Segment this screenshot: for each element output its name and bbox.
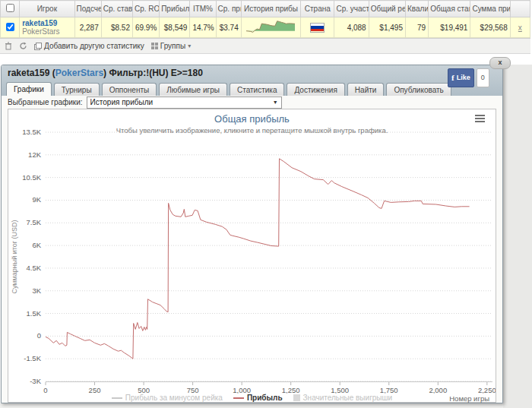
groups-grid-icon — [151, 43, 158, 49]
legend-item-profit[interactable]: Прибыль — [233, 394, 283, 402]
chevron-down-icon: ▼ — [273, 100, 278, 105]
svg-text:250: 250 — [89, 386, 101, 394]
tab-graphs[interactable]: Графики — [6, 82, 52, 96]
svg-text:1,500: 1,500 — [331, 386, 349, 394]
profit-sparkline-chart[interactable] — [245, 20, 296, 34]
stats-header-row: Игрок Подсчет Ср. ставк Ср. RO Прибыль I… — [1, 1, 530, 17]
delete-button[interactable] — [5, 42, 12, 50]
col-total-rake[interactable]: Общий рей — [369, 1, 405, 17]
player-panel: raketa159 (PokerStars) Фильтр:!(HU) E>=1… — [1, 65, 503, 403]
history-sparkline-cell[interactable] — [241, 17, 300, 38]
page: Игрок Подсчет Ср. ставк Ср. RO Прибыль I… — [0, 0, 532, 408]
avg-profit-value: $3.74 — [216, 17, 241, 38]
add-window-icon — [34, 43, 42, 50]
graph-select-value: История прибыли — [90, 98, 153, 106]
total-stakes-value: $19,491 — [429, 17, 470, 38]
add-statistic-button[interactable]: Добавить другую статистику — [34, 42, 144, 50]
facebook-icon: f — [451, 70, 454, 86]
panel-header: raketa159 (PokerStars) Фильтр:!(HU) E>=1… — [2, 65, 502, 81]
svg-text:2,250: 2,250 — [478, 386, 496, 394]
refresh-icon — [19, 42, 27, 50]
groups-caret-icon: ▾ — [188, 43, 191, 49]
col-profit[interactable]: Прибыль — [160, 1, 190, 17]
col-count[interactable]: Подсчет — [74, 1, 101, 17]
add-statistic-label: Добавить другую статистику — [44, 42, 144, 50]
svg-text:3K: 3K — [32, 286, 41, 295]
trash-icon — [5, 42, 12, 50]
graph-select[interactable]: История прибыли ▼ — [87, 96, 282, 109]
page-background-strip — [503, 65, 532, 408]
svg-text:2,000: 2,000 — [429, 386, 447, 394]
col-player[interactable]: Игрок — [20, 1, 74, 17]
player-cell: raketa159 PokerStars — [20, 17, 74, 38]
col-country[interactable]: Страна — [301, 1, 334, 17]
quals-value: 79 — [405, 17, 428, 38]
page-background-bottom — [0, 403, 503, 408]
svg-text:1,000: 1,000 — [233, 386, 251, 394]
legend-item-big-wins[interactable]: Значительные выигрыши — [293, 394, 393, 402]
col-avg-stake[interactable]: Ср. ставк — [101, 1, 132, 17]
panel-top-band: raketa159 (PokerStars) Фильтр:!(HU) E>=1… — [2, 65, 502, 96]
svg-text:750: 750 — [187, 386, 199, 394]
facebook-like-widget[interactable]: fLike 0 — [448, 68, 489, 87]
tab-favorite-games[interactable]: Любимые игры — [159, 83, 227, 96]
col-avg-entrants[interactable]: Ср. участни — [334, 1, 369, 17]
col-avg-ro[interactable]: Ср. RO — [132, 1, 159, 17]
svg-text:-1.5K: -1.5K — [24, 354, 41, 362]
col-history[interactable]: История прибы — [241, 1, 300, 17]
col-avg-profit[interactable]: Ср. при — [216, 1, 241, 17]
svg-text:4.5K: 4.5K — [26, 264, 41, 272]
svg-text:1,250: 1,250 — [282, 386, 300, 394]
tab-tournaments[interactable]: Турниры — [54, 83, 100, 96]
tab-bar: Графики Турниры Оппоненты Любимые игры С… — [2, 81, 502, 96]
col-itm[interactable]: ITM% — [190, 1, 216, 17]
tab-achievements[interactable]: Достижения — [287, 83, 344, 96]
row-checkbox[interactable] — [6, 23, 14, 31]
legend-square-icon — [293, 394, 300, 401]
chart-legend: Прибыль за минусом рейка Прибыль Значите… — [8, 394, 496, 402]
chart-menu-icon[interactable] — [475, 115, 485, 124]
site-link[interactable]: PokerStars — [55, 68, 103, 78]
remove-row-link[interactable]: x — [518, 24, 522, 32]
svg-text:9K: 9K — [32, 195, 41, 204]
avg-entrants-value: 4,088 — [334, 17, 369, 38]
svg-text:0: 0 — [37, 331, 41, 340]
legend-line-icon — [112, 397, 122, 399]
svg-text:Суммарный итог (USD): Суммарный итог (USD) — [11, 220, 18, 293]
select-all-checkbox[interactable] — [6, 4, 14, 12]
graph-selector-label: Выбранные графики: — [8, 98, 83, 106]
total-rake-value: $1,495 — [369, 17, 405, 38]
avg-ro-value: 69.9% — [132, 17, 159, 38]
svg-text:-3K: -3K — [30, 377, 41, 385]
stats-toolbar: Добавить другую статистику Группы ▾ — [0, 38, 530, 54]
col-total-prizes[interactable]: Сумма призо — [470, 1, 510, 17]
tab-opponents[interactable]: Оппоненты — [102, 83, 157, 96]
col-total-stakes[interactable]: Общая став — [429, 1, 470, 17]
stats-table: Игрок Подсчет Ср. ставк Ср. RO Прибыль I… — [0, 0, 530, 38]
panel-close-button[interactable]: x — [489, 57, 511, 69]
col-remove — [510, 1, 530, 17]
tab-publish[interactable]: Опубликовать — [386, 83, 451, 96]
graph-selector-row: Выбранные графики: История прибыли ▼ — [2, 96, 502, 109]
count-value: 2,287 — [74, 17, 101, 38]
profit-line-chart[interactable]: -3K-1.5K01.5K3K4.5K6K7.5K9K10.5K12K13.5K… — [8, 129, 496, 394]
tab-statistics[interactable]: Статистика — [230, 83, 285, 96]
groups-button[interactable]: Группы ▾ — [151, 42, 191, 50]
svg-text:1,750: 1,750 — [380, 386, 398, 394]
svg-text:12K: 12K — [28, 150, 42, 159]
facebook-like-button[interactable]: fLike — [448, 68, 474, 87]
player-name-link[interactable]: raketa159 — [22, 19, 71, 27]
refresh-button[interactable] — [19, 42, 27, 50]
chart-title: Общая прибыль — [8, 113, 496, 125]
col-quals[interactable]: Квали — [405, 1, 428, 17]
itm-value: 14.7% — [190, 17, 216, 38]
svg-text:0: 0 — [43, 386, 47, 394]
panel-title: raketa159 (PokerStars) Фильтр:!(HU) E>=1… — [8, 68, 203, 78]
player-site-label: PokerStars — [22, 27, 71, 36]
tab-find[interactable]: Найти — [347, 83, 385, 96]
russia-flag-icon — [310, 23, 325, 33]
x-axis-title: Номер игры — [449, 394, 489, 403]
table-row: raketa159 PokerStars 2,287 $8.52 69.9% $… — [1, 17, 530, 38]
svg-text:7.5K: 7.5K — [26, 218, 41, 226]
legend-item-profit-minus-rake[interactable]: Прибыль за минусом рейка — [112, 394, 223, 402]
